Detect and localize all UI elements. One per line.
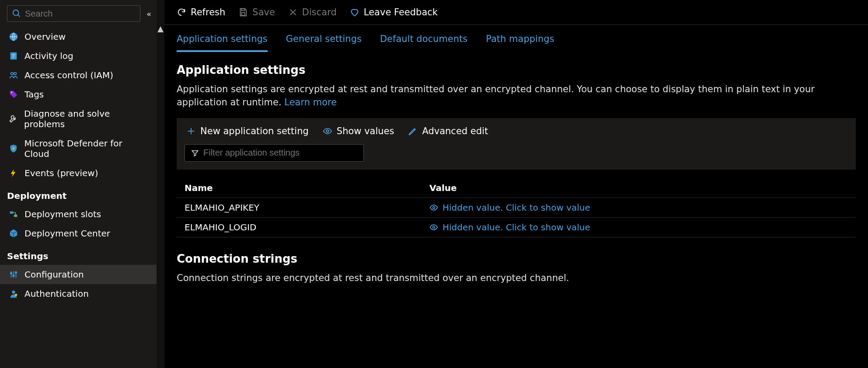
sidebar-item-diagnose[interactable]: Diagnose and solve problems (0, 104, 157, 134)
tab-application-settings[interactable]: Application settings (177, 34, 268, 52)
sidebar-item-label: Tags (24, 89, 44, 100)
appsettings-description: Application settings are encrypted at re… (177, 83, 856, 109)
svg-point-7 (11, 73, 13, 75)
table-row[interactable]: ELMAHIO_LOGID Hidden value. Click to sho… (177, 218, 856, 237)
sidebar-item-configuration[interactable]: Configuration (0, 265, 157, 284)
svg-point-18 (15, 272, 17, 274)
sidebar-item-label: Authentication (24, 288, 89, 299)
sidebar-item-label: Access control (IAM) (24, 70, 113, 80)
advanced-edit-button[interactable]: Advanced edit (408, 126, 488, 136)
refresh-label: Refresh (191, 7, 225, 17)
wrench-icon (9, 114, 18, 124)
learn-more-link[interactable]: Learn more (284, 97, 337, 108)
new-app-setting-button[interactable]: New application setting (186, 126, 309, 136)
setting-name: ELMAHIO_LOGID (185, 222, 429, 233)
svg-point-28 (433, 206, 435, 208)
log-icon (9, 51, 18, 61)
sidebar-item-label: Activity log (24, 51, 73, 61)
connection-strings-section: Connection strings Connection strings ar… (177, 252, 856, 285)
svg-rect-11 (10, 212, 13, 214)
shield-icon (9, 144, 18, 153)
sidebar-item-label: Overview (24, 31, 66, 42)
tab-content: Application settings Application setting… (164, 52, 868, 305)
tab-path-mappings[interactable]: Path mappings (486, 34, 554, 52)
appsettings-desc-text: Application settings are encrypted at re… (177, 84, 815, 108)
tabs: Application settings General settings De… (164, 25, 868, 52)
new-app-setting-label: New application setting (200, 126, 309, 136)
filter-icon (191, 149, 199, 157)
hidden-value-link[interactable]: Hidden value. Click to show value (443, 202, 590, 213)
svg-line-1 (18, 15, 20, 17)
sidebar-item-tags[interactable]: Tags (0, 85, 157, 104)
table-row[interactable]: ELMAHIO_APIKEY Hidden value. Click to sh… (177, 198, 856, 218)
show-values-label: Show values (337, 126, 394, 136)
feedback-label: Leave Feedback (364, 7, 438, 17)
sidebar-item-defender[interactable]: Microsoft Defender for Cloud (0, 134, 157, 163)
search-input[interactable] (25, 9, 136, 19)
sidebar-section-settings: Settings (0, 243, 157, 265)
eye-icon[interactable] (429, 203, 438, 212)
col-header-name[interactable]: Name (185, 183, 429, 193)
hidden-value-link[interactable]: Hidden value. Click to show value (443, 222, 590, 233)
tab-default-documents[interactable]: Default documents (380, 34, 467, 52)
sidebar-item-deployment-slots[interactable]: Deployment slots (0, 205, 157, 224)
svg-rect-22 (242, 13, 245, 15)
refresh-button[interactable]: Refresh (177, 7, 225, 17)
slots-icon (9, 209, 18, 219)
command-bar: Refresh Save Discard Leave Feedback (164, 0, 868, 24)
svg-rect-10 (13, 147, 14, 149)
sidebar-item-access-control[interactable]: Access control (IAM) (0, 66, 157, 85)
appsettings-table: Name Value ELMAHIO_APIKEY Hidden value. … (177, 178, 856, 237)
eye-icon[interactable] (429, 223, 438, 232)
appsettings-heading: Application settings (177, 63, 856, 76)
sidebar-item-label: Diagnose and solve problems (24, 108, 148, 129)
sidebar-item-label: Configuration (24, 269, 84, 280)
tab-general-settings[interactable]: General settings (286, 34, 362, 52)
search-icon (12, 9, 21, 18)
main-content: Refresh Save Discard Leave Feedback Appl… (164, 0, 868, 368)
save-label: Save (252, 7, 275, 17)
svg-rect-12 (14, 215, 17, 217)
show-values-button[interactable]: Show values (323, 126, 394, 136)
sidebar: « Overview Activity log Access control (… (0, 0, 157, 368)
svg-point-20 (15, 294, 17, 296)
col-header-value[interactable]: Value (429, 183, 848, 193)
sidebar-item-label: Events (preview) (24, 168, 98, 178)
filter-box[interactable] (185, 144, 364, 162)
feedback-button[interactable]: Leave Feedback (350, 7, 438, 17)
connstrings-heading: Connection strings (177, 252, 856, 265)
discard-button: Discard (288, 7, 337, 17)
search-box[interactable] (7, 5, 140, 22)
appsettings-toolbar: New application setting Show values Adva… (177, 118, 856, 170)
svg-rect-21 (242, 9, 245, 11)
sliders-icon (9, 270, 18, 279)
svg-point-27 (326, 130, 329, 132)
filter-input[interactable] (203, 148, 357, 158)
bolt-icon (9, 168, 18, 178)
scroll-up-arrow-icon[interactable] (157, 26, 164, 32)
globe-icon (9, 32, 18, 42)
advanced-edit-label: Advanced edit (422, 126, 488, 136)
svg-point-0 (13, 10, 19, 16)
sidebar-item-label: Deployment slots (24, 209, 101, 219)
sidebar-scrollbar[interactable] (157, 0, 164, 368)
sidebar-item-overview[interactable]: Overview (0, 27, 157, 46)
svg-point-17 (13, 275, 14, 277)
svg-point-8 (14, 73, 16, 75)
discard-label: Discard (302, 7, 337, 17)
collapse-sidebar-button[interactable]: « (146, 9, 151, 18)
sidebar-item-label: Microsoft Defender for Cloud (24, 138, 148, 159)
iam-icon (9, 70, 18, 80)
sidebar-item-authentication[interactable]: Authentication (0, 284, 157, 303)
sidebar-item-activity-log[interactable]: Activity log (0, 46, 157, 66)
svg-point-9 (11, 92, 12, 93)
sidebar-item-label: Deployment Center (24, 228, 110, 239)
sidebar-item-events[interactable]: Events (preview) (0, 163, 157, 183)
sidebar-item-deployment-center[interactable]: Deployment Center (0, 224, 157, 243)
connstrings-description: Connection strings are encrypted at rest… (177, 271, 856, 285)
tag-icon (9, 90, 18, 99)
search-row: « (0, 5, 157, 27)
sidebar-section-deployment: Deployment (0, 183, 157, 205)
save-button: Save (238, 7, 275, 17)
svg-point-29 (433, 226, 435, 228)
